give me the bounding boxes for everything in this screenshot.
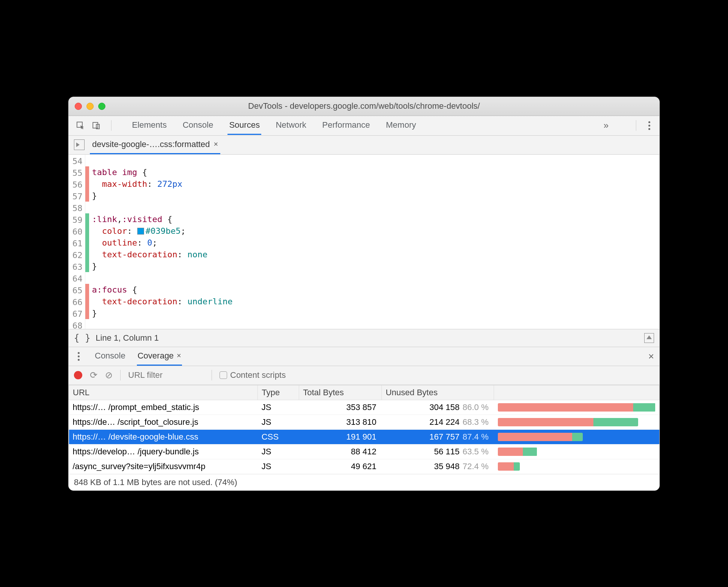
code-line[interactable]: color: #039be5; [92,225,233,237]
code-line[interactable] [92,155,233,166]
separator [212,370,212,380]
code-line[interactable] [92,272,233,284]
window-title: DevTools - developers.google.com/web/too… [69,101,659,111]
maximize-window-button[interactable] [98,103,105,110]
table-row[interactable]: https://… /devsite-google-blue.cssCSS191… [69,429,659,444]
separator [111,120,111,131]
close-drawer-tab-icon[interactable]: × [177,351,181,360]
code-line[interactable]: } [92,190,233,202]
navigator-toggle-icon[interactable] [74,139,85,150]
col-unused[interactable]: Unused Bytes [382,385,494,400]
col-bar[interactable] [494,385,659,400]
table-row[interactable]: https://… /prompt_embed_static.jsJS353 8… [69,400,659,415]
code-line[interactable]: } [92,260,233,272]
settings-menu-icon[interactable] [645,121,654,130]
coverage-marker [85,225,89,237]
tab-network[interactable]: Network [274,116,308,135]
coverage-marker [85,307,89,319]
tab-console[interactable]: Console [181,116,215,135]
cell-unused: 56 11563.5 % [382,444,494,459]
cell-total: 313 810 [299,415,382,429]
line-number: 67 [72,308,83,320]
coverage-marker [85,237,89,249]
coverage-table: URL Type Total Bytes Unused Bytes https:… [69,385,659,490]
tab-performance[interactable]: Performance [321,116,372,135]
code-line[interactable]: max-width: 272px [92,178,233,190]
tab-memory[interactable]: Memory [384,116,417,135]
drawer-tabbar: ConsoleCoverage× × [69,347,659,366]
drawer-tab-console[interactable]: Console [94,347,126,366]
titlebar: DevTools - developers.google.com/web/too… [69,97,659,116]
line-number: 66 [72,296,83,308]
coverage-marker [85,272,89,284]
coverage-marker [85,249,89,260]
close-drawer-icon[interactable]: × [648,351,654,362]
coverage-marker [85,178,89,190]
tab-elements[interactable]: Elements [130,116,168,135]
line-number: 68 [72,320,83,329]
traffic-lights [75,103,105,110]
cell-bar [494,429,659,444]
code-line[interactable]: table img { [92,166,233,178]
cell-type: JS [258,444,299,459]
toggle-details-icon[interactable] [644,333,654,343]
cell-bar [494,400,659,415]
tab-sources[interactable]: Sources [228,116,261,135]
record-button[interactable] [74,371,82,379]
cell-type: JS [258,459,299,474]
file-tab[interactable]: devsite-google-….css:formatted × [90,136,220,154]
cell-type: JS [258,415,299,429]
reload-icon[interactable]: ⟳ [90,370,97,380]
cell-bar [494,415,659,429]
close-tab-icon[interactable]: × [214,140,218,149]
cell-url: https://… /devsite-google-blue.css [69,429,258,444]
file-tab-name: devsite-google-….css:formatted [92,139,210,149]
separator [636,120,636,131]
code-line[interactable]: } [92,307,233,319]
cell-total: 353 857 [299,400,382,415]
close-window-button[interactable] [75,103,82,110]
code-line[interactable]: text-decoration: underline [92,296,233,307]
code-line[interactable] [92,202,233,213]
code-line[interactable]: outline: 0; [92,237,233,249]
cursor-position: Line 1, Column 1 [96,333,158,343]
code-editor[interactable]: 545556575859606162636465666768 table img… [69,155,659,329]
table-row[interactable]: /async_survey?site=ylj5ifxusvvmr4pJS49 6… [69,459,659,474]
pretty-print-icon[interactable]: { } [74,333,90,343]
line-number: 58 [72,202,83,214]
col-url[interactable]: URL [69,385,258,400]
table-row[interactable]: https://develop… /jquery-bundle.jsJS88 4… [69,444,659,459]
line-number: 63 [72,261,83,273]
code-line[interactable]: a:focus { [92,284,233,296]
col-type[interactable]: Type [258,385,299,400]
coverage-marker [85,284,89,296]
coverage-marker [85,319,89,329]
device-toggle-icon[interactable] [90,119,103,132]
main-tabbar: ElementsConsoleSourcesNetworkPerformance… [69,116,659,136]
coverage-marker [85,166,89,178]
cell-unused: 35 94872.4 % [382,459,494,474]
cell-type: CSS [258,429,299,444]
url-filter-input[interactable] [128,370,204,380]
line-number: 57 [72,191,83,202]
code-line[interactable]: :link,:visited { [92,213,233,225]
inspect-icon[interactable] [74,119,87,132]
minimize-window-button[interactable] [86,103,94,110]
cell-url: /async_survey?site=ylj5ifxusvvmr4p [69,459,258,474]
code-line[interactable] [92,319,233,329]
more-tabs-icon[interactable]: » [604,120,609,131]
cell-unused: 167 75787.4 % [382,429,494,444]
clear-icon[interactable]: ⊘ [105,370,113,380]
table-row[interactable]: https://de… /script_foot_closure.jsJS313… [69,415,659,429]
cell-total: 49 621 [299,459,382,474]
cell-total: 191 901 [299,429,382,444]
content-scripts-checkbox[interactable]: Content scripts [220,370,286,380]
coverage-marker [85,213,89,225]
drawer-menu-icon[interactable] [74,352,83,361]
coverage-marker [85,296,89,307]
col-total[interactable]: Total Bytes [299,385,382,400]
drawer-tab-coverage[interactable]: Coverage× [137,347,182,366]
code-line[interactable]: text-decoration: none [92,249,233,260]
editor-statusbar: { } Line 1, Column 1 [69,329,659,347]
coverage-marker [85,202,89,213]
